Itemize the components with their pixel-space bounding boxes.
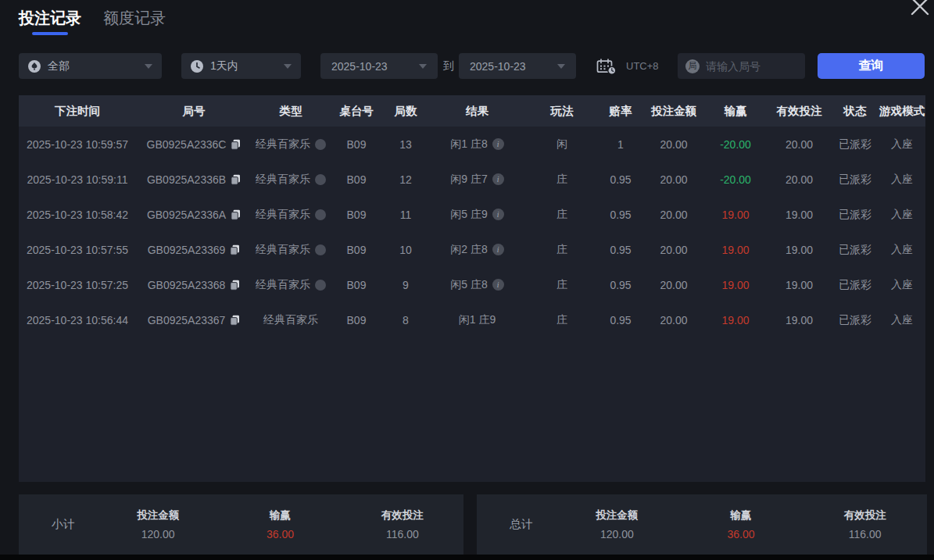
col-status: 状态 xyxy=(832,95,879,127)
info-icon[interactable]: i xyxy=(492,244,504,255)
table-row: 2025-10-23 10:59:57 GB0925A2336C 经典百家乐 B… xyxy=(19,127,925,162)
bet-time: 2025-10-23 10:56:44 xyxy=(19,302,136,337)
filter-bar: 全部 1天内 2025-10-23 到 2025-10-23 xyxy=(0,53,934,79)
copy-icon[interactable] xyxy=(231,174,241,185)
odds: 0.95 xyxy=(598,302,643,337)
time-range-value: 1天内 xyxy=(210,59,277,73)
col-type: 类型 xyxy=(252,95,330,127)
video-dot-icon[interactable] xyxy=(315,174,326,185)
table-row: 2025-10-23 10:57:55 GB0925A23369 经典百家乐 B… xyxy=(19,232,925,267)
win-loss: 19.00 xyxy=(704,302,767,337)
video-dot-icon[interactable] xyxy=(315,280,326,291)
time-range-select[interactable]: 1天内 xyxy=(181,53,301,79)
rounds: 12 xyxy=(383,162,428,197)
col-bet-amount: 投注金额 xyxy=(643,95,704,127)
game-id: GB0925A23367 xyxy=(148,314,226,326)
game-id: GB0925A2336A xyxy=(147,209,226,221)
info-icon[interactable]: i xyxy=(492,279,504,291)
play: 庄 xyxy=(526,162,598,197)
close-icon[interactable] xyxy=(907,0,932,19)
odds: 0.95 xyxy=(598,162,643,197)
win-loss: -20.00 xyxy=(704,162,767,197)
game-mode: 入座 xyxy=(879,127,925,162)
category-select[interactable]: 全部 xyxy=(19,53,162,79)
win-loss: 19.00 xyxy=(704,232,767,267)
chevron-down-icon xyxy=(145,64,152,69)
info-icon[interactable]: i xyxy=(492,173,504,185)
rounds: 13 xyxy=(383,127,428,162)
subtotal-title: 小计 xyxy=(19,517,97,532)
table-header-row: 下注时间 局号 类型 桌台号 局数 结果 玩法 赔率 投注金额 输赢 有效投注 … xyxy=(19,95,925,127)
win-loss: 19.00 xyxy=(704,197,767,232)
result: 闲1 庄8 xyxy=(450,137,487,152)
valid-bet: 20.00 xyxy=(767,162,832,197)
video-dot-icon[interactable] xyxy=(315,139,326,150)
odds: 0.95 xyxy=(598,267,643,302)
total-win-loss: 输赢 36.00 xyxy=(679,508,803,540)
chevron-down-icon xyxy=(284,64,292,69)
spade-icon xyxy=(28,60,41,73)
tab-betting-records[interactable]: 投注记录 xyxy=(19,8,81,35)
date-from-value: 2025-10-23 xyxy=(331,60,419,73)
odds: 0.95 xyxy=(598,197,643,232)
chevron-down-icon xyxy=(557,64,565,69)
game-mode: 入座 xyxy=(879,302,925,337)
col-bet-time: 下注时间 xyxy=(19,95,136,127)
play: 闲 xyxy=(526,127,598,162)
game-id-search-input[interactable] xyxy=(706,60,797,73)
tab-quota-records[interactable]: 额度记录 xyxy=(103,8,166,35)
copy-icon[interactable] xyxy=(231,139,241,150)
game-type: 经典百家乐 xyxy=(256,278,310,292)
table-no: B09 xyxy=(330,197,383,232)
win-loss: 19.00 xyxy=(704,267,767,302)
status: 已派彩 xyxy=(832,267,879,302)
play: 庄 xyxy=(526,267,598,302)
result: 闲9 庄7 xyxy=(450,173,487,187)
subtotal-win-loss: 输赢 36.00 xyxy=(219,508,341,540)
game-type: 经典百家乐 xyxy=(263,313,318,327)
rounds: 8 xyxy=(383,302,428,337)
game-id: GB0925A23368 xyxy=(148,279,226,291)
query-button[interactable]: 查询 xyxy=(818,53,925,79)
date-to-select[interactable]: 2025-10-23 xyxy=(459,53,576,79)
odds: 0.95 xyxy=(598,232,643,267)
calendar-clock-icon xyxy=(596,59,617,78)
active-tab-underline xyxy=(32,32,68,35)
col-valid-bet: 有效投注 xyxy=(767,95,832,127)
video-dot-icon[interactable] xyxy=(315,244,326,255)
info-icon[interactable]: i xyxy=(492,209,504,220)
valid-bet: 20.00 xyxy=(767,127,832,162)
table-row: 2025-10-23 10:57:25 GB0925A23368 经典百家乐 B… xyxy=(19,267,925,302)
table-no: B09 xyxy=(330,302,383,337)
game-mode: 入座 xyxy=(879,197,925,232)
play: 庄 xyxy=(526,197,598,232)
status: 已派彩 xyxy=(832,162,879,197)
result: 闲5 庄9 xyxy=(450,208,487,222)
bet-amount: 20.00 xyxy=(643,197,704,232)
col-table-no: 桌台号 xyxy=(330,95,383,127)
video-dot-icon[interactable] xyxy=(315,209,326,220)
subtotal-panel: 小计 投注金额 120.00 输赢 36.00 有效投注 116.00 xyxy=(19,494,463,555)
total-bet-amount: 投注金额 120.00 xyxy=(555,508,679,540)
game-id-icon: 局 xyxy=(685,59,700,73)
rounds: 9 xyxy=(383,267,428,302)
copy-icon[interactable] xyxy=(230,280,240,291)
col-rounds: 局数 xyxy=(383,95,428,127)
game-type: 经典百家乐 xyxy=(256,137,310,152)
table-row: 2025-10-23 10:58:42 GB0925A2336A 经典百家乐 B… xyxy=(19,197,925,232)
bet-amount: 20.00 xyxy=(643,267,704,302)
copy-icon[interactable] xyxy=(231,209,241,220)
total-title: 总计 xyxy=(477,517,555,532)
info-icon[interactable]: i xyxy=(492,138,504,150)
table-row: 2025-10-23 10:56:44 GB0925A23367 经典百家乐 B… xyxy=(19,302,925,337)
search-field[interactable]: 局 xyxy=(678,53,805,79)
date-from-select[interactable]: 2025-10-23 xyxy=(320,53,438,79)
total-valid-bet: 有效投注 116.00 xyxy=(803,508,927,540)
copy-icon[interactable] xyxy=(230,315,240,326)
status: 已派彩 xyxy=(832,302,879,337)
bet-time: 2025-10-23 10:57:25 xyxy=(19,267,136,302)
subtotal-valid-bet: 有效投注 116.00 xyxy=(342,508,463,540)
bet-time: 2025-10-23 10:58:42 xyxy=(19,197,136,232)
subtotal-bet-amount: 投注金额 120.00 xyxy=(97,508,219,540)
copy-icon[interactable] xyxy=(230,244,240,255)
